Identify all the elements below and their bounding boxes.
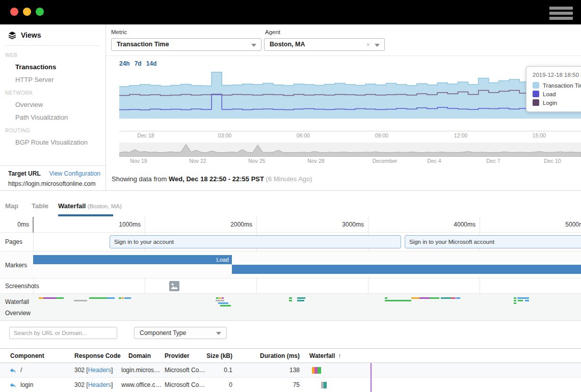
metric-label: Metric [111,29,127,35]
overview-request-segment [411,297,419,299]
waterfall-pages-row: Pages Sign in to your accountSign in to … [0,233,581,251]
status-range: Wed, Dec 18 22:50 - 22:55 PST [169,175,264,183]
overview-request-segment [514,297,516,299]
agent-value: Boston, MA [270,41,305,48]
page-span[interactable]: Sign in to your account [110,235,401,248]
metric-select[interactable]: Transaction Time [111,38,261,51]
overview-request-segment [525,300,529,301]
redirect-icon [9,381,17,389]
overview-request-segment [514,300,516,301]
sidebar-item-transactions[interactable]: Transactions [15,63,105,71]
cell-response-code: 302 [Headers] [74,367,113,374]
overview-request-segment [220,305,231,306]
overview-request-segment [124,297,131,299]
screenshot-thumbnail-icon[interactable] [169,281,179,291]
waterfall-screenshots-row: Screenshots [0,278,581,294]
cell-size: 0 [204,381,232,388]
overview-request-segment [385,297,387,299]
cell-provider: Microsoft Co… [165,367,205,374]
agent-select[interactable]: Boston, MA × [264,38,385,51]
timerange-24h[interactable]: 24h [119,60,130,67]
overview-request-segment [218,302,228,304]
col-response-code[interactable]: Response Code [74,352,121,359]
sidebar-item-overview[interactable]: Overview [15,101,105,108]
metric-value: Transaction Time [117,41,169,48]
time-tick-label: 3000ms [323,221,364,228]
brush-tick: Dec 7 [486,158,500,164]
headers-link[interactable]: Headers [88,367,111,374]
component-type-value: Component Type [140,329,186,337]
x-axis-tick: 15:00 [533,132,546,138]
col-component[interactable]: Component [10,352,44,359]
legend-row-login: Login [533,99,581,106]
login-swatch [533,99,539,106]
tab-waterfall[interactable]: Waterfall (Boston, MA) [58,202,122,210]
table-row[interactable]: / 302 [Headers] login.micros… Microsoft … [0,363,581,378]
overview-request-segment [119,297,121,299]
close-window-button[interactable] [10,8,18,16]
app-window: Views WEB Transactions HTTP Server NETWO… [0,0,581,392]
timerange-7d[interactable]: 7d [135,60,142,67]
mini-waterfall-segment [318,367,321,374]
hamburger-menu-icon[interactable] [549,7,573,20]
timeline-zero-gridline [33,217,34,233]
brush-tick: Dec 4 [427,158,441,164]
col-duration[interactable]: Duration (ms) [260,352,300,359]
sidebar-item-path-visualization[interactable]: Path Visualization [15,114,105,121]
cell-size: 0.1 [204,367,232,374]
minimize-window-button[interactable] [23,8,31,16]
cell-provider: Microsoft Co… [165,381,205,388]
overview-request-segment [456,297,460,299]
col-waterfall[interactable]: Waterfall↑ [309,352,341,359]
overview-row-label-line2: Overview [5,310,31,317]
status-ago: (6 Minutes Ago) [264,175,312,183]
col-size[interactable]: Size (kB) [204,352,232,359]
cell-duration: 138 [260,367,300,374]
table-row[interactable]: login 302 [Headers] www.office.c… Micros… [0,378,581,392]
timeline-brush-chart[interactable] [119,143,581,157]
image-icon [169,281,179,291]
x-axis-tick: 03:00 [218,132,231,138]
markers-row-label: Markers [5,262,27,269]
overview-request-segment [518,300,523,301]
overview-request-segment [39,297,43,299]
waterfall-overview-row: Waterfall Overview [0,294,581,321]
overview-request-segment [289,297,292,299]
headers-link[interactable]: Headers [88,381,111,388]
marker-bar [232,265,581,274]
overview-request-segment [297,297,305,299]
tab-map[interactable]: Map [5,202,18,210]
overview-request-segment [454,297,456,299]
brush-tick: Nov 19 [130,158,147,164]
component-table: Component Response Code Domain Provider … [0,348,581,392]
layers-icon [8,31,16,39]
page-span[interactable]: Sign in to your Microsoft account [405,235,581,248]
overview-request-segment [441,297,451,299]
load-swatch [533,91,539,97]
maximize-window-button[interactable] [36,8,44,16]
tab-table[interactable]: Table [32,202,48,210]
clear-agent-icon[interactable]: × [366,39,370,50]
sidebar-item-bgp-route-visualization[interactable]: BGP Route Visualization [15,138,105,146]
overview-request-segment [222,297,224,299]
group-label-routing: ROUTING [5,128,105,133]
col-provider[interactable]: Provider [165,352,190,359]
metric-agent-controls: Metric Transaction Time Agent Boston, MA… [106,24,581,56]
view-configuration-link[interactable]: View Configuration [49,170,100,177]
mini-waterfall-segment [324,382,327,388]
col-domain[interactable]: Domain [128,352,151,359]
component-type-select[interactable]: Component Type [134,327,227,339]
cell-domain: login.micros… [121,367,160,374]
cell-component: / [20,367,22,374]
brush-tick: Dec 10 [544,158,561,164]
x-axis-tick: 06:00 [297,132,310,138]
time-tick-label: 5000ms [546,221,581,228]
overview-request-segment [430,297,439,299]
search-input[interactable] [9,327,117,339]
sidebar-item-http-server[interactable]: HTTP Server [15,76,105,83]
transaction-time-swatch [533,82,539,89]
timerange-14d[interactable]: 14d [146,60,157,67]
active-tab-underline [58,214,113,216]
overview-request-segment [216,300,224,301]
sidebar-divider [5,45,100,46]
